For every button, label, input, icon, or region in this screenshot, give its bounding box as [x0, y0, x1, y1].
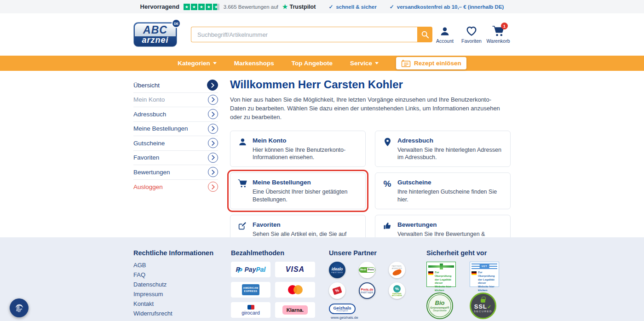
checkmark-icon: ✓: [390, 4, 394, 10]
chevron-right-icon: [208, 124, 218, 134]
sidebar-item-uebersicht[interactable]: Übersicht: [133, 78, 218, 93]
page-intro: Von hier aus haben Sie die Möglichkeit, …: [230, 96, 503, 122]
checkmark-icon: ✓: [328, 4, 333, 10]
fox-icon: [392, 269, 402, 276]
header-actions: Account Favoriten 1 Warenko: [432, 25, 511, 44]
benefit-label: schnell & sicher: [336, 4, 376, 10]
sidebar-item-label: Favoriten: [133, 154, 159, 161]
map-pin-icon: [384, 138, 391, 147]
nav-kategorien[interactable]: Kategorien: [178, 60, 217, 67]
account-sidebar: Übersicht Mein Konto Adressbuch Meine Be…: [133, 78, 218, 237]
rezept-einloesen-button[interactable]: Rezept einlösen: [396, 57, 466, 69]
sidebar-item-label: Bewertungen: [133, 169, 170, 176]
search-button[interactable]: [417, 27, 432, 42]
girocard-icon: [247, 305, 254, 310]
chevron-right-icon: [207, 80, 218, 91]
chevron-right-icon: [208, 167, 218, 177]
store-logo-top: ABC: [135, 23, 176, 36]
nav-service[interactable]: Service: [350, 60, 379, 67]
card-description: Ihre hinterlegten Gutscheine finden Sie …: [397, 188, 504, 204]
payment-visa-logo: VISA: [275, 262, 315, 277]
card-gutscheine[interactable]: % Gutscheine Ihre hinterlegten Gutschein…: [375, 172, 511, 209]
green-cross-icon: [428, 264, 454, 269]
sidebar-item-label: Ausloggen: [133, 183, 163, 190]
nav-markenshops[interactable]: Markenshops: [234, 60, 274, 67]
footer-legal-column: Rechtliche Informationen AGB FAQ Datensc…: [133, 249, 231, 321]
footer-payments-column: Bezahlmethoden P P PayPal VISA: [231, 249, 329, 321]
chevron-right-icon: [208, 95, 218, 105]
partner-medizinfuchs-badge[interactable]: PARTNER-ANBIETER: [389, 262, 405, 278]
footer: Rechtliche Informationen AGB FAQ Datensc…: [0, 237, 644, 321]
partner-medipreis-badge[interactable]: Medi Preis: [359, 262, 375, 278]
card-adressbuch[interactable]: Adressbuch Verwalten Sie Ihre hinterlegt…: [375, 131, 511, 167]
privacy-settings-button[interactable]: [10, 298, 29, 317]
footer-link-kontakt[interactable]: Kontakt: [133, 300, 231, 307]
chevron-right-icon: [208, 109, 218, 119]
favorites-label: Favoriten: [461, 38, 482, 44]
footer-link-datenschutz[interactable]: Datenschutz: [133, 281, 231, 288]
search-input[interactable]: [191, 27, 417, 42]
sidebar-item-mein-konto[interactable]: Mein Konto: [133, 93, 218, 108]
percent-icon: %: [384, 179, 391, 188]
payment-girocard-logo: girocard: [231, 302, 270, 318]
geizhals-url: www.geizhals.de: [331, 315, 358, 320]
search-icon: [421, 30, 429, 39]
footer-legal-title: Rechtliche Informationen: [133, 249, 231, 257]
trustpilot-logo: ★ Trustpilot: [282, 3, 316, 10]
security-seal-vet[interactable]: VET Zur Überprüfung der Legalität dieser…: [470, 262, 499, 287]
trustpilot-half-star-icon: ★: [213, 4, 219, 10]
store-logo-line2: arznei: [142, 35, 168, 45]
logo-de-badge: DE: [172, 19, 181, 28]
sidebar-item-meine-bestellungen[interactable]: Meine Bestellungen: [133, 122, 218, 137]
nav-label: Kategorien: [178, 60, 210, 67]
security-seal-versandhandel[interactable]: Zur Überprüfung der Legalität dieser Web…: [426, 262, 456, 287]
search-bar: [191, 27, 432, 42]
partner-apomio-badge[interactable]: % PARTNER APOTHEKE: [389, 282, 405, 299]
caret-down-icon: [213, 62, 217, 66]
account-page: Übersicht Mein Konto Adressbuch Meine Be…: [133, 71, 511, 237]
trustpilot-rating-label: Hervorragend: [140, 3, 179, 10]
store-logo[interactable]: ABC arznei DE: [133, 22, 177, 47]
sidebar-item-gutscheine[interactable]: Gutscheine: [133, 136, 218, 151]
nav-label: Top Angebote: [292, 60, 333, 67]
ssl-secured-seal: SSL✓ SECURED: [470, 292, 496, 319]
cart-icon: [238, 179, 247, 188]
card-mein-konto[interactable]: Mein Konto Hier können Sie Ihre Benutzer…: [230, 131, 366, 167]
footer-link-impressum[interactable]: Impressum: [133, 291, 231, 298]
account-content: Willkommen Herr Carsten Kohler Von hier …: [230, 78, 511, 237]
bio-gruenstempel-seal: Bio Grünstempel® Ökoprüfstelle: [426, 292, 453, 319]
sidebar-item-adressbuch[interactable]: Adressbuch: [133, 107, 218, 122]
cart-button[interactable]: 1 Warenkorb: [486, 25, 511, 44]
payment-amex-logo: AMERICAN EXPRESS: [231, 282, 270, 298]
trustpilot-star-icon: ★: [191, 4, 197, 10]
nav-top-angebote[interactable]: Top Angebote: [292, 60, 333, 67]
card-title: Bewertungen: [397, 221, 504, 228]
paypal-icon: P P: [236, 266, 243, 274]
payment-klarna-logo: Klarna.: [275, 302, 315, 318]
sidebar-item-label: Gutscheine: [133, 140, 165, 147]
nav-label: Markenshops: [234, 60, 274, 67]
card-meine-bestellungen[interactable]: Meine Bestellungen Eine Übersicht Ihrer …: [230, 172, 366, 209]
partner-geizhals-badge[interactable]: Geizhals Preisvergleich www.geizhals.de: [329, 304, 426, 320]
nav-label: Service: [350, 60, 372, 67]
account-button[interactable]: Account: [432, 25, 457, 44]
header: ABC arznei DE Account: [0, 13, 644, 56]
footer-link-widerrufsrecht[interactable]: Widerrufsrecht: [133, 310, 231, 317]
vet-stripes-icon: VET: [472, 264, 497, 269]
card-description: Hier können Sie Ihre Benutzerkonto-Infor…: [253, 146, 359, 162]
footer-link-agb[interactable]: AGB: [133, 262, 231, 269]
footer-payments-title: Bezahlmethoden: [231, 249, 329, 257]
thumbs-up-icon: [383, 222, 391, 230]
partner-preisde-badge[interactable]: Preis.de PARTNER: [359, 282, 375, 299]
lock-icon: [481, 299, 485, 303]
store-logo-line1: ABC: [143, 24, 167, 36]
sidebar-item-bewertungen[interactable]: Bewertungen: [133, 165, 218, 180]
partner-sparmedo-badge[interactable]: %: [329, 282, 345, 299]
sidebar-item-ausloggen[interactable]: Ausloggen: [133, 180, 218, 195]
footer-link-faq[interactable]: FAQ: [133, 271, 231, 278]
partner-idealo-badge[interactable]: idealo PARTNER: [329, 262, 345, 278]
sidebar-item-label: Adressbuch: [133, 111, 166, 118]
sidebar-item-favoriten[interactable]: Favoriten: [133, 151, 218, 166]
favorites-button[interactable]: Favoriten: [459, 25, 484, 44]
caret-down-icon: [375, 62, 379, 66]
